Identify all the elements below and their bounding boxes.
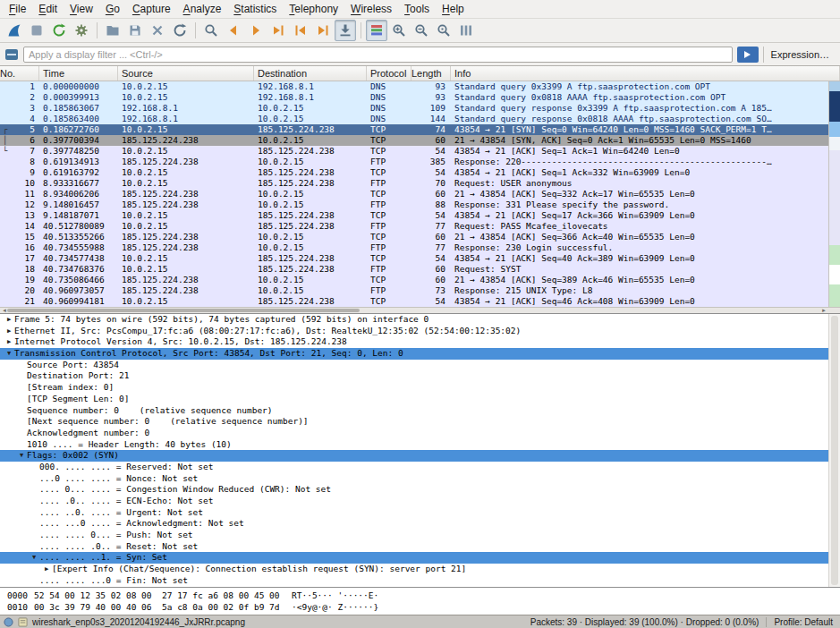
detail-row[interactable]: 000. .... .... = Reserved: Not set <box>0 462 828 473</box>
menu-telephony[interactable]: Telephony <box>283 1 344 17</box>
detail-row[interactable]: Source Port: 43854 <box>0 360 828 371</box>
filter-bookmark-icon[interactable] <box>4 47 19 62</box>
column-header-length[interactable]: Length <box>412 66 451 81</box>
restart-capture-button[interactable] <box>48 20 70 41</box>
h-scroll-thumb[interactable] <box>7 309 360 312</box>
detail-row[interactable]: ▶Internet Protocol Version 4, Src: 10.0.… <box>0 336 828 348</box>
hex-row[interactable]: 000052 54 00 12 35 02 08 00 27 17 fc a6 … <box>0 590 840 601</box>
detail-row[interactable]: .... .... .0.. = Reset: Not set <box>0 541 828 553</box>
menu-view[interactable]: View <box>64 1 99 17</box>
zoom-in-button[interactable] <box>388 20 410 41</box>
packet-row-2[interactable]: 20.00039991310.0.2.15192.168.8.1DNS93Sta… <box>0 92 828 103</box>
packet-row-16[interactable]: 1640.734555988185.125.224.23810.0.2.15FT… <box>0 242 828 253</box>
menu-edit[interactable]: Edit <box>32 1 64 17</box>
collapse-arrow-icon[interactable]: ▼ <box>4 348 14 360</box>
detail-row[interactable]: .... .... ...0 = Fin: Not set <box>0 575 828 587</box>
zoom-original-button[interactable] <box>433 20 454 41</box>
apply-filter-button[interactable] <box>737 47 759 63</box>
packet-row-6[interactable]: │60.397700394185.125.224.23810.0.2.15TCP… <box>0 135 828 146</box>
hex-row[interactable]: 001000 3c 39 79 40 00 40 06 5a c8 0a 00 … <box>0 601 840 613</box>
detail-row[interactable]: Sequence number: 0 (relative sequence nu… <box>0 405 828 417</box>
detail-row[interactable]: ...0 .... .... = Nonce: Not set <box>0 473 828 485</box>
detail-row[interactable]: .... .... 0... = Push: Not set <box>0 530 828 541</box>
collapse-arrow-icon[interactable]: ▼ <box>29 552 39 564</box>
menu-capture[interactable]: Capture <box>126 1 177 17</box>
resize-columns-button[interactable] <box>455 20 477 41</box>
detail-row[interactable]: ▼Flags: 0x002 (SYN) <box>0 450 828 462</box>
detail-row[interactable]: [Stream index: 0] <box>0 382 828 394</box>
packet-row-1[interactable]: 10.00000000010.0.2.15192.168.8.1DNS93Sta… <box>0 81 828 92</box>
find-packet-button[interactable] <box>200 20 222 41</box>
packet-row-12[interactable]: 129.148016457185.125.224.23810.0.2.15FTP… <box>0 199 828 210</box>
go-forward-button[interactable] <box>245 20 267 41</box>
column-header-source[interactable]: Source <box>118 66 254 81</box>
column-header-info[interactable]: Info <box>451 66 840 81</box>
column-header-protocol[interactable]: Protocol <box>367 66 412 81</box>
go-last-button[interactable] <box>312 20 334 41</box>
column-header-time[interactable]: Time <box>39 66 118 81</box>
packet-row-11[interactable]: 118.934006206185.125.224.23810.0.2.15TCP… <box>0 189 828 199</box>
menu-statistics[interactable]: Statistics <box>227 1 283 17</box>
scroll-right-arrow-icon[interactable]: ► <box>821 308 827 313</box>
expand-arrow-icon[interactable]: ▶ <box>4 326 14 337</box>
start-capture-button[interactable] <box>4 20 25 41</box>
expression-button[interactable]: Expression… <box>763 47 836 63</box>
go-back-button[interactable] <box>223 20 244 41</box>
detail-row[interactable]: .... 0... .... = Congestion Window Reduc… <box>0 484 828 496</box>
packet-row-9[interactable]: 90.61916379210.0.2.15185.125.224.238TCP5… <box>0 167 828 178</box>
detail-row[interactable]: ▶Frame 5: 74 bytes on wire (592 bits), 7… <box>0 314 828 326</box>
expand-arrow-icon[interactable]: ▶ <box>41 564 52 575</box>
detail-row[interactable]: [TCP Segment Len: 0] <box>0 394 828 405</box>
detail-row[interactable]: Destination Port: 21 <box>0 370 828 382</box>
detail-row[interactable]: 1010 .... = Header Length: 40 bytes (10) <box>0 439 828 451</box>
packet-row-10[interactable]: 108.93331667710.0.2.15185.125.224.238FTP… <box>0 178 828 189</box>
packet-row-3[interactable]: 30.185863067192.168.8.110.0.2.15DNS109St… <box>0 103 828 114</box>
stop-capture-button[interactable] <box>26 20 47 41</box>
packet-row-13[interactable]: 139.14818707110.0.2.15185.125.224.238TCP… <box>0 210 828 221</box>
packet-row-21[interactable]: 2140.96099418110.0.2.15185.125.224.238TC… <box>0 296 828 307</box>
detail-row[interactable]: Acknowledgment number: 0 <box>0 428 828 439</box>
go-first-button[interactable] <box>290 20 311 41</box>
packet-row-7[interactable]: └70.39774825010.0.2.15185.125.224.238TCP… <box>0 146 828 157</box>
menu-tools[interactable]: Tools <box>398 1 436 17</box>
colorize-button[interactable] <box>366 20 387 41</box>
menu-wireless[interactable]: Wireless <box>344 1 398 17</box>
packet-row-4[interactable]: 40.185863400192.168.8.110.0.2.15DNS144St… <box>0 114 828 124</box>
detail-row[interactable]: .... .0.. .... = ECN-Echo: Not set <box>0 496 828 507</box>
detail-row[interactable]: ▼Transmission Control Protocol, Src Port… <box>0 348 828 360</box>
close-file-button[interactable] <box>147 20 168 41</box>
packet-list-scrollbar[interactable] <box>828 81 840 307</box>
detail-row[interactable]: ▼.... .... ..1. = Syn: Set <box>0 552 828 564</box>
column-header-no[interactable]: No. <box>0 66 39 81</box>
display-filter-input[interactable] <box>23 47 733 63</box>
expand-arrow-icon[interactable]: ▶ <box>4 336 14 348</box>
menu-analyze[interactable]: Analyze <box>177 1 228 17</box>
detail-row[interactable]: ▶Ethernet II, Src: PcsCompu_17:fc:a6 (08… <box>0 326 828 337</box>
packet-row-19[interactable]: 1940.735086466185.125.224.23810.0.2.15TC… <box>0 275 828 285</box>
menu-file[interactable]: File <box>3 1 32 17</box>
menu-help[interactable]: Help <box>436 1 471 17</box>
detail-row[interactable]: .... ...0 .... = Acknowledgment: Not set <box>0 518 828 530</box>
column-header-destination[interactable]: Destination <box>254 66 367 81</box>
packet-row-18[interactable]: 1840.73476837610.0.2.15185.125.224.238FT… <box>0 264 828 275</box>
capture-options-button[interactable] <box>71 20 92 41</box>
detail-row[interactable]: [Next sequence number: 0 (relative seque… <box>0 416 828 428</box>
zoom-out-button[interactable] <box>411 20 432 41</box>
packet-row-15[interactable]: 1540.513355266185.125.224.23810.0.2.15TC… <box>0 232 828 242</box>
expand-arrow-icon[interactable]: ▶ <box>4 314 14 326</box>
menu-go[interactable]: Go <box>99 1 126 17</box>
packet-row-14[interactable]: 1440.51278008910.0.2.15185.125.224.238FT… <box>0 221 828 232</box>
collapse-arrow-icon[interactable]: ▼ <box>16 450 27 462</box>
packet-list-h-scrollbar[interactable]: ◄ ► <box>0 307 840 313</box>
statusbar-profile[interactable]: Profile: Default <box>766 617 836 627</box>
details-scroll-thumb[interactable] <box>831 316 838 585</box>
detail-row[interactable]: ▶[Expert Info (Chat/Sequence): Connectio… <box>0 564 828 575</box>
auto-scroll-button[interactable] <box>335 20 356 41</box>
packet-row-8[interactable]: 80.619134913185.125.224.23810.0.2.15FTP3… <box>0 157 828 167</box>
detail-row[interactable]: .... ..0. .... = Urgent: Not set <box>0 507 828 519</box>
go-to-packet-button[interactable] <box>267 20 289 41</box>
save-file-button[interactable] <box>124 20 146 41</box>
reload-file-button[interactable] <box>169 20 191 41</box>
packet-row-17[interactable]: 1740.73457743810.0.2.15185.125.224.238TC… <box>0 253 828 264</box>
packet-row-5[interactable]: ┌50.18627276010.0.2.15185.125.224.238TCP… <box>0 124 828 135</box>
